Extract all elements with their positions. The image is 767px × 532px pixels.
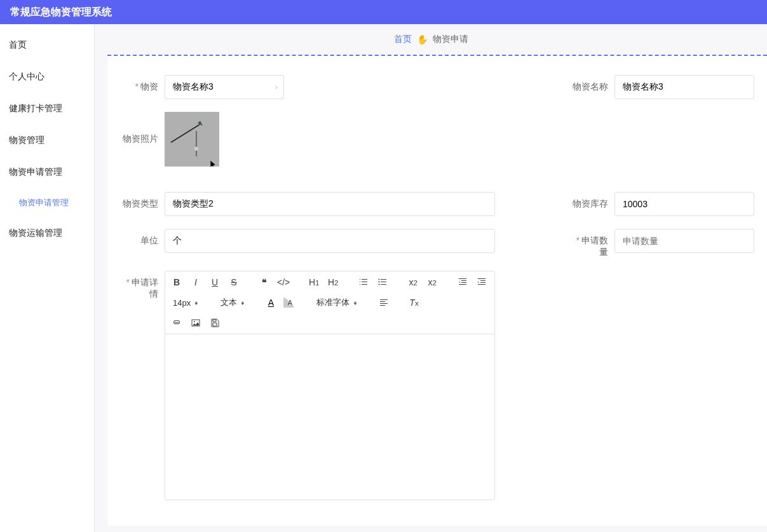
blockquote-icon[interactable]: ❝ <box>258 275 271 289</box>
stock-label: 物资库存 <box>570 192 614 210</box>
chevron-right-icon: › <box>275 83 278 92</box>
image-label: 物资照片 <box>120 112 165 145</box>
sidebar-item-apply[interactable]: 物资申请管理 <box>0 156 94 188</box>
sidebar-subitem-apply[interactable]: 物资申请管理 <box>0 188 94 217</box>
main-content: 首页 ✋ 物资申请 *物资 › 物资名称 <box>95 24 767 532</box>
align-icon[interactable] <box>377 296 390 310</box>
material-select[interactable] <box>165 75 284 99</box>
sidebar-item-material[interactable]: 物资管理 <box>0 125 94 156</box>
type-input[interactable] <box>165 192 495 216</box>
underline-icon[interactable]: U <box>208 275 221 289</box>
link-icon[interactable] <box>170 316 183 330</box>
strikethrough-icon[interactable]: S <box>227 275 240 289</box>
type-label: 物资类型 <box>120 192 165 210</box>
unit-input[interactable] <box>165 229 495 253</box>
sidebar: 首页 个人中心 健康打卡管理 物资管理 物资申请管理 物资申请管理 物资运输管理 <box>0 24 95 532</box>
code-icon[interactable]: </> <box>277 275 290 289</box>
material-label: *物资 <box>120 75 165 93</box>
qty-label: *申请数量 <box>570 229 614 258</box>
font-family-select[interactable]: 标准字体♦ <box>314 297 359 308</box>
material-name-input[interactable] <box>614 75 754 99</box>
svg-rect-0 <box>165 112 219 167</box>
form-panel: *物资 › 物资名称 物资照片 <box>107 55 767 526</box>
svg-point-5 <box>379 279 380 280</box>
italic-icon[interactable]: I <box>189 275 202 289</box>
image-thumbnail-icon <box>165 112 219 167</box>
font-size-select[interactable]: 14px♦ <box>170 298 200 308</box>
superscript-icon[interactable]: x2 <box>426 275 438 289</box>
app-title: 常规应急物资管理系统 <box>10 6 112 19</box>
ordered-list-icon[interactable] <box>357 275 370 289</box>
text-style-select[interactable]: 文本♦ <box>218 297 247 308</box>
indent-icon[interactable] <box>475 275 488 289</box>
clear-format-icon[interactable]: Tx <box>408 296 421 310</box>
sidebar-item-home[interactable]: 首页 <box>0 29 94 61</box>
detail-label: *申请详情 <box>120 271 165 300</box>
unit-label: 单位 <box>120 229 165 247</box>
material-image-preview[interactable] <box>165 112 219 167</box>
sidebar-item-profile[interactable]: 个人中心 <box>0 61 94 93</box>
breadcrumb: 首页 ✋ 物资申请 <box>95 24 767 55</box>
breadcrumb-home[interactable]: 首页 <box>394 34 412 45</box>
breadcrumb-current: 物资申请 <box>433 34 468 45</box>
qty-input[interactable] <box>614 229 754 253</box>
rich-text-editor: B I U S ❝ </> H1 H2 <box>165 271 495 500</box>
unordered-list-icon[interactable] <box>376 275 389 289</box>
material-name-label: 物资名称 <box>570 75 614 93</box>
image-icon[interactable] <box>189 316 202 330</box>
font-color-icon[interactable]: A <box>264 296 277 310</box>
sidebar-item-health[interactable]: 健康打卡管理 <box>0 93 94 125</box>
hand-icon: ✋ <box>417 34 428 44</box>
svg-point-4 <box>194 147 198 151</box>
save-icon[interactable] <box>208 316 221 330</box>
h1-icon[interactable]: H1 <box>308 275 320 289</box>
h2-icon[interactable]: H2 <box>327 275 339 289</box>
outdent-icon[interactable] <box>456 275 469 289</box>
editor-toolbar: B I U S ❝ </> H1 H2 <box>165 271 494 334</box>
svg-point-7 <box>379 284 380 285</box>
svg-point-9 <box>194 321 195 322</box>
stock-input[interactable] <box>614 192 754 216</box>
subscript-icon[interactable]: x2 <box>407 275 419 289</box>
editor-content[interactable] <box>165 334 494 500</box>
sidebar-item-transport[interactable]: 物资运输管理 <box>0 217 94 249</box>
bg-color-icon[interactable]: A <box>283 297 296 308</box>
bold-icon[interactable]: B <box>170 275 183 289</box>
svg-point-6 <box>379 282 380 283</box>
